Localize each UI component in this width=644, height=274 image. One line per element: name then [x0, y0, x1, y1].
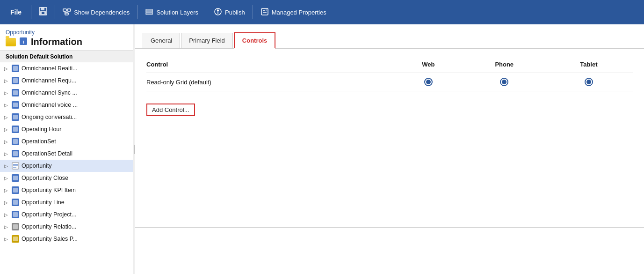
sidebar-title: Information	[31, 37, 82, 47]
toolbar-divider-2	[55, 5, 55, 19]
col-header-tablet: Tablet	[550, 58, 633, 73]
svg-rect-39	[13, 151, 18, 156]
sidebar-item-13[interactable]: ▷ Opportunity Relatio...	[0, 221, 133, 233]
svg-rect-31	[13, 103, 18, 107]
svg-rect-37	[13, 139, 18, 144]
svg-rect-12	[146, 11, 152, 13]
toolbar-divider-3	[137, 5, 137, 19]
svg-rect-29	[13, 90, 18, 95]
toolbar: File Show Dependencies	[0, 0, 644, 24]
control-name: Read-only Grid (default)	[146, 73, 398, 91]
sidebar-item-2[interactable]: ▷ Omnichannel Sync ...	[0, 87, 133, 99]
save-button[interactable]	[34, 0, 52, 24]
bottom-panel	[135, 227, 644, 274]
chevron-icon-1: ▷	[3, 77, 9, 84]
svg-rect-27	[13, 78, 18, 83]
sidebar-item-14[interactable]: ▷ Opportunity Sales P...	[0, 233, 133, 245]
svg-rect-1	[41, 7, 44, 10]
folder-icon	[6, 38, 16, 46]
phone-radio[interactable]	[464, 73, 550, 91]
sidebar-item-1[interactable]: ▷ Omnichannel Requ...	[0, 74, 133, 87]
entity-icon-5	[11, 125, 20, 133]
chevron-icon-3: ▷	[3, 102, 9, 108]
chevron-icon-13: ▷	[3, 223, 9, 230]
svg-rect-18	[263, 10, 265, 11]
svg-marker-15	[217, 9, 219, 11]
sidebar-item-7[interactable]: ▷ OperationSet Detail	[0, 148, 133, 160]
sidebar-item-label-3: Omnichannel voice ...	[22, 102, 129, 108]
sidebar-list: ▷ Omnichannel Realti... ▷ Omnichannel Re…	[0, 62, 133, 274]
toolbar-divider-4	[206, 5, 206, 19]
sidebar-item-12[interactable]: ▷ Opportunity Project...	[0, 208, 133, 221]
tab-general[interactable]: General	[143, 33, 180, 48]
sidebar-item-11[interactable]: ▷ Opportunity Line	[0, 196, 133, 208]
sidebar-item-5[interactable]: ▷ Operating Hour	[0, 123, 133, 135]
svg-rect-13	[146, 13, 152, 15]
controls-table: Control Web Phone Tablet Read-only Grid …	[146, 58, 633, 91]
show-dependencies-button[interactable]: Show Dependencies	[58, 0, 134, 24]
chevron-icon-10: ▷	[3, 187, 9, 193]
chevron-icon-12: ▷	[3, 211, 9, 218]
sidebar-item-label-4: Ongoing conversati...	[22, 114, 129, 120]
sidebar-item-label-14: Opportunity Sales P...	[22, 236, 129, 242]
sidebar-item-3[interactable]: ▷ Omnichannel voice ...	[0, 99, 133, 111]
tablet-radio[interactable]	[550, 73, 633, 91]
chevron-icon-7: ▷	[3, 150, 9, 157]
entity-icon-9	[11, 174, 20, 182]
svg-rect-35	[13, 127, 18, 132]
sidebar-item-8[interactable]: ▷ Opportunity	[0, 160, 133, 172]
svg-rect-11	[146, 9, 152, 11]
phone-radio-button[interactable]	[500, 78, 508, 86]
managed-properties-button[interactable]: Managed Properties	[256, 0, 331, 24]
entity-icon-12	[11, 210, 20, 219]
sidebar-item-label-9: Opportunity Close	[22, 175, 129, 181]
svg-rect-49	[13, 200, 18, 205]
breadcrumb[interactable]: Opportunity	[6, 29, 127, 36]
sidebar-item-9[interactable]: ▷ Opportunity Close	[0, 172, 133, 184]
publish-icon	[214, 7, 222, 17]
web-radio[interactable]	[398, 73, 464, 91]
chevron-icon-4: ▷	[3, 114, 9, 120]
sidebar-item-label-7: OperationSet Detail	[22, 150, 129, 157]
sidebar-item-label-1: Omnichannel Requ...	[22, 77, 129, 84]
entity-icon-10	[11, 186, 20, 194]
tablet-radio-button[interactable]	[585, 78, 593, 86]
chevron-icon-11: ▷	[3, 199, 9, 206]
controls-content: Control Web Phone Tablet Read-only Grid …	[135, 49, 644, 227]
sidebar-item-6[interactable]: ▷ OperationSet	[0, 135, 133, 148]
sidebar-item-4[interactable]: ▷ Ongoing conversati...	[0, 111, 133, 123]
sidebar-item-0[interactable]: ▷ Omnichannel Realti...	[0, 62, 133, 74]
sidebar-item-label-0: Omnichannel Realti...	[22, 65, 129, 72]
sidebar-title-row: i Information	[6, 37, 127, 47]
chevron-icon-2: ▷	[3, 89, 9, 96]
solution-label: Solution Default Solution	[0, 51, 133, 62]
content-area: General Primary Field Controls Control W…	[135, 24, 644, 274]
managed-properties-label: Managed Properties	[272, 9, 326, 16]
sidebar-item-label-2: Omnichannel Sync ...	[22, 89, 129, 96]
solution-layers-button[interactable]: Solution Layers	[140, 0, 203, 24]
svg-rect-47	[13, 188, 18, 193]
chevron-icon-5: ▷	[3, 126, 9, 133]
sidebar-item-label-10: Opportunity KPI Item	[22, 187, 129, 193]
entity-icon-0	[11, 64, 20, 73]
sidebar-item-10[interactable]: ▷ Opportunity KPI Item	[0, 184, 133, 196]
tab-primary-field[interactable]: Primary Field	[181, 33, 233, 48]
svg-rect-33	[13, 115, 18, 119]
chevron-icon-0: ▷	[3, 65, 9, 72]
entity-icon-11	[11, 198, 20, 207]
svg-rect-3	[42, 12, 44, 14]
file-button[interactable]: File	[4, 0, 28, 24]
table-row: Read-only Grid (default)	[146, 73, 633, 91]
chevron-icon-14: ▷	[3, 236, 9, 242]
web-radio-button[interactable]	[424, 78, 433, 86]
sidebar-item-label-12: Opportunity Project...	[22, 211, 129, 218]
publish-label: Publish	[225, 9, 245, 16]
add-control-button[interactable]: Add Control...	[146, 104, 195, 116]
publish-button[interactable]: Publish	[209, 0, 250, 24]
tab-controls[interactable]: Controls	[234, 32, 275, 49]
svg-rect-55	[13, 237, 18, 241]
svg-rect-53	[13, 224, 18, 229]
toolbar-divider-1	[31, 5, 31, 19]
sidebar-item-label-6: OperationSet	[22, 138, 129, 145]
entity-icon-7	[11, 149, 20, 158]
